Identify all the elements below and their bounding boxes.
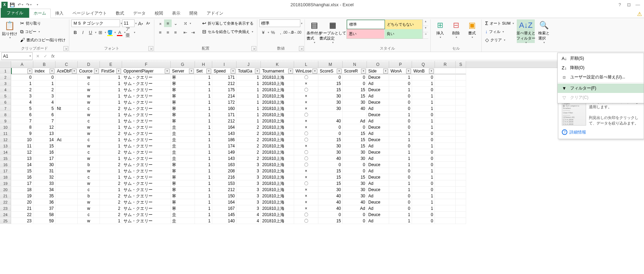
- select-all-corner[interactable]: [0, 61, 11, 68]
- cell-A16[interactable]: 14: [11, 162, 33, 168]
- cell-J15[interactable]: 2: [237, 155, 261, 162]
- cell-R15[interactable]: [435, 155, 456, 162]
- cell-J2[interactable]: 1: [237, 74, 261, 80]
- cell-R16[interactable]: [435, 162, 456, 168]
- cell-M15[interactable]: 40: [318, 155, 343, 162]
- cell-S22[interactable]: [456, 199, 466, 205]
- cell-F19[interactable]: サム・クエリー: [122, 180, 171, 187]
- cell-O23[interactable]: Ad: [367, 205, 389, 212]
- cell-P16[interactable]: 1: [389, 162, 412, 168]
- filter-dropdown-C[interactable]: ▾: [72, 69, 77, 74]
- cell-M4[interactable]: 15: [318, 87, 343, 93]
- cell-J7[interactable]: 1: [237, 105, 261, 112]
- cell-R4[interactable]: [435, 87, 456, 93]
- cell-F2[interactable]: サム・クエリー: [122, 74, 171, 80]
- cell-M6[interactable]: 30: [318, 99, 343, 105]
- cell-E20[interactable]: 1: [100, 187, 122, 193]
- cell-Q15[interactable]: 0: [412, 155, 435, 162]
- orientation-icon[interactable]: ⤭: [181, 19, 189, 27]
- cell-A5[interactable]: 3: [11, 93, 33, 99]
- cell-G25[interactable]: 圭: [171, 218, 195, 224]
- cell-Q11[interactable]: 0: [412, 130, 435, 137]
- cell-M2[interactable]: 0: [318, 74, 343, 80]
- font-name-input[interactable]: [71, 19, 120, 27]
- cell-F6[interactable]: サム・クエリー: [122, 99, 171, 105]
- cell-J23[interactable]: 3: [237, 205, 261, 212]
- cell-R24[interactable]: [435, 212, 456, 218]
- shrink-font-icon[interactable]: A▾: [144, 19, 152, 27]
- cell-H2[interactable]: 1: [195, 74, 212, 80]
- cell-N19[interactable]: 30: [343, 180, 367, 187]
- filter-cell-F[interactable]: OpponentPlayer▾: [122, 68, 171, 74]
- cell-S15[interactable]: [456, 155, 466, 162]
- cell-C16[interactable]: [55, 162, 78, 168]
- cell-E9[interactable]: 1: [100, 118, 122, 124]
- cell-K5[interactable]: 201810上海: [261, 93, 294, 99]
- cell-K17[interactable]: 201810上海: [261, 168, 294, 174]
- cell-K3[interactable]: 201810上海: [261, 80, 294, 87]
- cell-I19[interactable]: 153: [212, 180, 237, 187]
- cell-Q4[interactable]: 0: [412, 87, 435, 93]
- cell-M14[interactable]: 30: [318, 149, 343, 155]
- delete-cells-button[interactable]: ⊟削除▾: [449, 19, 463, 43]
- cell-K18[interactable]: 201810上海: [261, 174, 294, 180]
- filter-cell-I[interactable]: Speed▾: [212, 68, 237, 74]
- cell-F13[interactable]: サム・クエリー: [122, 143, 171, 149]
- clipboard-launcher[interactable]: ⇲: [63, 46, 68, 51]
- cell-B6[interactable]: 4: [33, 99, 55, 105]
- tab-6[interactable]: 表示: [168, 9, 185, 18]
- cell-P18[interactable]: 0: [389, 174, 412, 180]
- cell-A20[interactable]: 18: [11, 187, 33, 193]
- cell-F18[interactable]: サム・クエリー: [122, 174, 171, 180]
- cell-K4[interactable]: 201810上海: [261, 87, 294, 93]
- cell-F3[interactable]: サム・クエリー: [122, 80, 171, 87]
- cell-H6[interactable]: 1: [195, 99, 212, 105]
- cell-R18[interactable]: [435, 174, 456, 180]
- cell-M8[interactable]: [318, 112, 343, 118]
- cell-I23[interactable]: 167: [212, 205, 237, 212]
- cell-I22[interactable]: 164: [212, 199, 237, 205]
- cell-R14[interactable]: [435, 149, 456, 155]
- cell-Q16[interactable]: 0: [412, 162, 435, 168]
- cell-D9[interactable]: c: [78, 118, 100, 124]
- filter-cell-E[interactable]: FirstSe▾: [100, 68, 122, 74]
- cell-E24[interactable]: 2: [100, 212, 122, 218]
- cell-I12[interactable]: 186: [212, 137, 237, 143]
- align-middle-icon[interactable]: ≡: [164, 19, 172, 27]
- sort-asc-item[interactable]: A↓昇順(S): [558, 54, 644, 63]
- filter-cell-A[interactable]: ▾: [11, 68, 33, 74]
- cell-H18[interactable]: 1: [195, 174, 212, 180]
- col-header-G[interactable]: G: [171, 61, 195, 68]
- cell-N5[interactable]: 15: [343, 93, 367, 99]
- cell-J8[interactable]: 1: [237, 112, 261, 118]
- cell-F12[interactable]: サム・クエリー: [122, 137, 171, 143]
- cell-O4[interactable]: Deuce: [367, 87, 389, 93]
- cell-G2[interactable]: 寒: [171, 74, 195, 80]
- cell-Q14[interactable]: 0: [412, 149, 435, 155]
- cell-I11[interactable]: 143: [212, 130, 237, 137]
- align-top-icon[interactable]: ⌅: [156, 19, 164, 27]
- cell-P15[interactable]: 1: [389, 155, 412, 162]
- cell-D21[interactable]: b: [78, 193, 100, 199]
- cell-P10[interactable]: 0: [389, 124, 412, 130]
- styles-scroll[interactable]: ▴▾≡: [423, 19, 428, 39]
- cell-A21[interactable]: 19: [11, 193, 33, 199]
- filter-dropdown-L[interactable]: ▾: [312, 69, 317, 74]
- cell-I2[interactable]: 171: [212, 74, 237, 80]
- cell-B17[interactable]: 31: [33, 168, 55, 174]
- custom-sort-item[interactable]: ⎅ユーザー設定の並べ替え(U)...: [558, 72, 644, 82]
- cell-S3[interactable]: [456, 80, 466, 87]
- cell-F16[interactable]: サム・クエリー: [122, 162, 171, 168]
- cell-D8[interactable]: w: [78, 112, 100, 118]
- row-header-9[interactable]: 9: [0, 118, 11, 124]
- cell-O7[interactable]: Ad: [367, 105, 389, 112]
- format-cells-button[interactable]: ▣書式▾: [465, 19, 479, 43]
- style-bad[interactable]: 悪い: [347, 29, 385, 38]
- cell-B2[interactable]: 0: [33, 74, 55, 80]
- cell-R13[interactable]: [435, 143, 456, 149]
- cell-A15[interactable]: 13: [11, 155, 33, 162]
- cell-S21[interactable]: [456, 193, 466, 199]
- font-color-button[interactable]: A: [116, 28, 123, 36]
- cell-S16[interactable]: [456, 162, 466, 168]
- cell-P4[interactable]: 1: [389, 87, 412, 93]
